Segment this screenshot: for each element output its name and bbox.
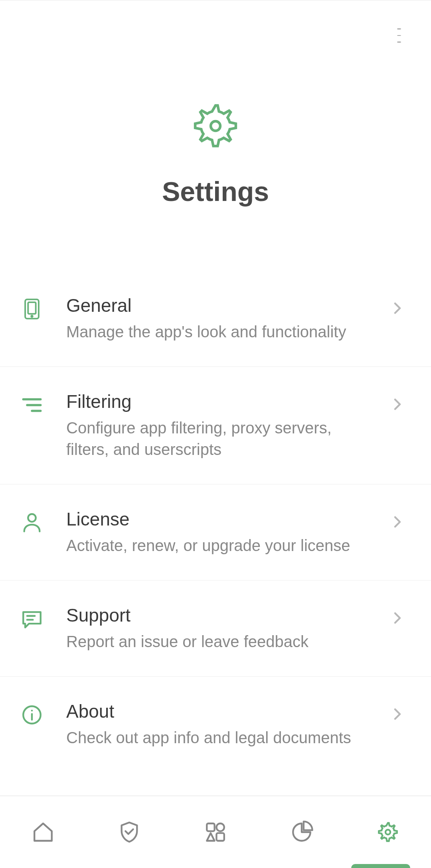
gear-icon	[190, 100, 241, 152]
item-subtitle: Check out app info and legal documents	[66, 727, 368, 748]
svg-point-3	[31, 315, 32, 317]
info-icon	[20, 703, 44, 727]
item-content: Filtering Configure app filtering, proxy…	[66, 391, 368, 460]
item-subtitle: Report an issue or leave feedback	[66, 631, 368, 652]
device-icon	[20, 297, 44, 321]
settings-item-about[interactable]: About Check out app info and legal docum…	[0, 677, 431, 772]
nav-home[interactable]	[30, 819, 56, 845]
settings-item-filtering[interactable]: Filtering Configure app filtering, proxy…	[0, 367, 431, 484]
item-content: Support Report an issue or leave feedbac…	[66, 604, 368, 652]
user-icon	[20, 511, 44, 535]
item-title: About	[66, 701, 368, 722]
svg-point-16	[386, 830, 390, 835]
overflow-dot	[397, 35, 401, 36]
svg-point-0	[211, 121, 220, 131]
item-title: Filtering	[66, 391, 368, 412]
nav-active-indicator	[351, 864, 410, 868]
settings-item-support[interactable]: Support Report an issue or leave feedbac…	[0, 581, 431, 677]
item-title: Support	[66, 604, 368, 626]
overflow-dot	[397, 28, 401, 30]
nav-protection[interactable]	[117, 819, 142, 845]
bottom-navigation	[0, 795, 431, 868]
item-content: License Activate, renew, or upgrade your…	[66, 508, 368, 556]
svg-rect-2	[28, 302, 36, 314]
svg-rect-13	[207, 823, 214, 831]
settings-item-general[interactable]: General Manage the app's look and functi…	[0, 271, 431, 367]
chevron-right-icon	[390, 707, 403, 720]
svg-point-12	[31, 710, 33, 711]
nav-settings[interactable]	[375, 819, 401, 845]
nav-statistics[interactable]	[289, 819, 314, 845]
svg-point-7	[28, 514, 36, 522]
overflow-menu-button[interactable]	[392, 28, 406, 43]
chevron-right-icon	[390, 611, 403, 624]
item-subtitle: Manage the app's look and functionality	[66, 321, 368, 342]
item-title: License	[66, 508, 368, 530]
settings-list: General Manage the app's look and functi…	[0, 271, 431, 772]
svg-rect-15	[216, 833, 224, 840]
filter-icon	[20, 393, 44, 417]
chevron-right-icon	[390, 397, 403, 410]
overflow-dot	[397, 41, 401, 43]
item-content: General Manage the app's look and functi…	[66, 295, 368, 342]
settings-header: Settings	[0, 0, 431, 207]
item-content: About Check out app info and legal docum…	[66, 701, 368, 748]
nav-apps[interactable]	[203, 819, 228, 845]
message-icon	[20, 607, 44, 631]
svg-point-14	[216, 823, 224, 831]
settings-item-license[interactable]: License Activate, renew, or upgrade your…	[0, 484, 431, 581]
chevron-right-icon	[390, 301, 403, 314]
page-title: Settings	[162, 176, 269, 207]
item-subtitle: Activate, renew, or upgrade your license	[66, 535, 368, 556]
chevron-right-icon	[390, 515, 403, 527]
item-subtitle: Configure app filtering, proxy servers, …	[66, 417, 368, 460]
item-title: General	[66, 295, 368, 316]
